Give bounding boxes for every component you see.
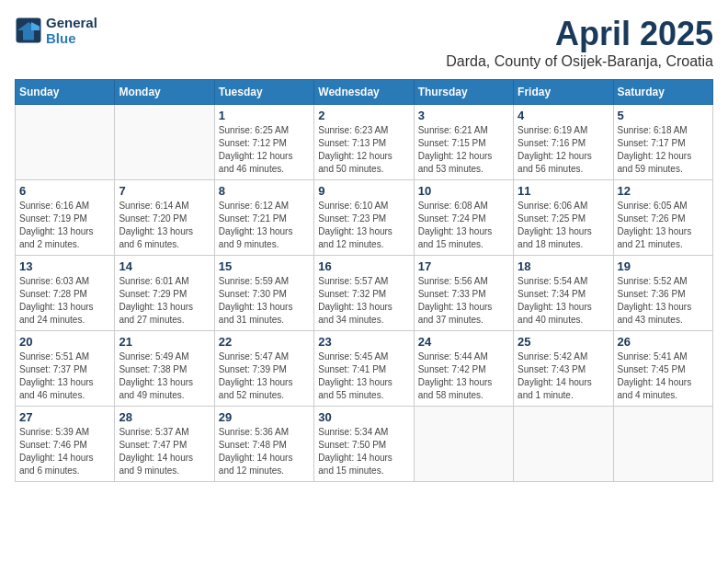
week-row-2: 6Sunrise: 6:16 AM Sunset: 7:19 PM Daylig… xyxy=(16,180,713,256)
logo-icon xyxy=(15,17,42,44)
logo: General Blue xyxy=(15,15,97,46)
day-number: 7 xyxy=(119,184,210,198)
day-info: Sunrise: 6:03 AM Sunset: 7:28 PM Dayligh… xyxy=(19,275,110,327)
day-number: 30 xyxy=(318,410,409,424)
day-cell: 22Sunrise: 5:47 AM Sunset: 7:39 PM Dayli… xyxy=(214,331,313,407)
day-cell: 5Sunrise: 6:18 AM Sunset: 7:17 PM Daylig… xyxy=(613,105,712,180)
day-cell: 14Sunrise: 6:01 AM Sunset: 7:29 PM Dayli… xyxy=(115,256,214,331)
day-info: Sunrise: 6:08 AM Sunset: 7:24 PM Dayligh… xyxy=(418,200,509,251)
day-info: Sunrise: 5:37 AM Sunset: 7:47 PM Dayligh… xyxy=(119,426,210,477)
weekday-header-friday: Friday xyxy=(514,80,613,105)
day-number: 26 xyxy=(618,335,709,349)
day-cell: 16Sunrise: 5:57 AM Sunset: 7:32 PM Dayli… xyxy=(314,256,414,331)
day-number: 9 xyxy=(318,184,409,198)
day-info: Sunrise: 6:16 AM Sunset: 7:19 PM Dayligh… xyxy=(19,200,110,251)
day-info: Sunrise: 5:57 AM Sunset: 7:32 PM Dayligh… xyxy=(318,275,409,327)
day-number: 12 xyxy=(618,184,709,198)
weekday-header-tuesday: Tuesday xyxy=(214,80,313,105)
day-cell: 17Sunrise: 5:56 AM Sunset: 7:33 PM Dayli… xyxy=(414,256,513,331)
day-cell: 2Sunrise: 6:23 AM Sunset: 7:13 PM Daylig… xyxy=(314,105,414,180)
title-area: April 2025 Darda, County of Osijek-Baran… xyxy=(446,15,713,70)
header: General Blue April 2025 Darda, County of… xyxy=(15,15,713,70)
day-number: 1 xyxy=(219,109,310,122)
day-number: 21 xyxy=(119,335,210,349)
day-info: Sunrise: 6:05 AM Sunset: 7:26 PM Dayligh… xyxy=(618,200,709,251)
day-info: Sunrise: 5:47 AM Sunset: 7:39 PM Dayligh… xyxy=(219,350,310,402)
day-info: Sunrise: 5:54 AM Sunset: 7:34 PM Dayligh… xyxy=(518,275,609,327)
weekday-header-saturday: Saturday xyxy=(613,80,712,105)
month-title: April 2025 xyxy=(446,15,713,53)
weekday-header-thursday: Thursday xyxy=(414,80,513,105)
day-number: 24 xyxy=(418,335,509,349)
day-cell xyxy=(16,105,115,180)
day-number: 17 xyxy=(418,259,509,273)
day-cell: 24Sunrise: 5:44 AM Sunset: 7:42 PM Dayli… xyxy=(414,331,513,407)
day-number: 19 xyxy=(618,259,709,273)
day-cell xyxy=(115,105,214,180)
day-cell: 4Sunrise: 6:19 AM Sunset: 7:16 PM Daylig… xyxy=(514,105,613,180)
day-cell: 6Sunrise: 6:16 AM Sunset: 7:19 PM Daylig… xyxy=(16,180,115,256)
day-cell: 25Sunrise: 5:42 AM Sunset: 7:43 PM Dayli… xyxy=(514,331,613,407)
day-number: 11 xyxy=(518,184,609,198)
day-info: Sunrise: 5:49 AM Sunset: 7:38 PM Dayligh… xyxy=(119,350,210,402)
day-info: Sunrise: 5:41 AM Sunset: 7:45 PM Dayligh… xyxy=(618,350,709,402)
calendar: SundayMondayTuesdayWednesdayThursdayFrid… xyxy=(15,79,713,482)
day-cell: 9Sunrise: 6:10 AM Sunset: 7:23 PM Daylig… xyxy=(314,180,414,256)
day-number: 15 xyxy=(219,259,310,273)
day-info: Sunrise: 6:18 AM Sunset: 7:17 PM Dayligh… xyxy=(618,124,709,176)
day-number: 10 xyxy=(418,184,509,198)
day-cell: 19Sunrise: 5:52 AM Sunset: 7:36 PM Dayli… xyxy=(613,256,712,331)
week-row-4: 20Sunrise: 5:51 AM Sunset: 7:37 PM Dayli… xyxy=(16,331,713,407)
day-number: 22 xyxy=(219,335,310,349)
day-info: Sunrise: 5:51 AM Sunset: 7:37 PM Dayligh… xyxy=(19,350,110,402)
day-info: Sunrise: 6:01 AM Sunset: 7:29 PM Dayligh… xyxy=(119,275,210,327)
day-info: Sunrise: 6:10 AM Sunset: 7:23 PM Dayligh… xyxy=(318,200,409,251)
day-cell: 15Sunrise: 5:59 AM Sunset: 7:30 PM Dayli… xyxy=(214,256,313,331)
day-info: Sunrise: 5:52 AM Sunset: 7:36 PM Dayligh… xyxy=(618,275,709,327)
day-info: Sunrise: 6:14 AM Sunset: 7:20 PM Dayligh… xyxy=(119,200,210,251)
logo-text: General Blue xyxy=(46,15,97,46)
day-number: 4 xyxy=(518,109,609,122)
day-number: 6 xyxy=(19,184,110,198)
day-info: Sunrise: 5:34 AM Sunset: 7:50 PM Dayligh… xyxy=(318,426,409,477)
day-cell: 23Sunrise: 5:45 AM Sunset: 7:41 PM Dayli… xyxy=(314,331,414,407)
day-info: Sunrise: 5:59 AM Sunset: 7:30 PM Dayligh… xyxy=(219,275,310,327)
week-row-5: 27Sunrise: 5:39 AM Sunset: 7:46 PM Dayli… xyxy=(16,407,713,482)
day-cell: 8Sunrise: 6:12 AM Sunset: 7:21 PM Daylig… xyxy=(214,180,313,256)
day-number: 18 xyxy=(518,259,609,273)
day-info: Sunrise: 5:44 AM Sunset: 7:42 PM Dayligh… xyxy=(418,350,509,402)
day-cell: 20Sunrise: 5:51 AM Sunset: 7:37 PM Dayli… xyxy=(16,331,115,407)
day-number: 14 xyxy=(119,259,210,273)
day-info: Sunrise: 5:39 AM Sunset: 7:46 PM Dayligh… xyxy=(19,426,110,477)
day-number: 16 xyxy=(318,259,409,273)
day-number: 13 xyxy=(19,259,110,273)
day-number: 25 xyxy=(518,335,609,349)
day-cell: 28Sunrise: 5:37 AM Sunset: 7:47 PM Dayli… xyxy=(115,407,214,482)
day-cell xyxy=(514,407,613,482)
day-number: 2 xyxy=(318,109,409,122)
day-cell: 29Sunrise: 5:36 AM Sunset: 7:48 PM Dayli… xyxy=(214,407,313,482)
day-cell: 11Sunrise: 6:06 AM Sunset: 7:25 PM Dayli… xyxy=(514,180,613,256)
day-cell: 12Sunrise: 6:05 AM Sunset: 7:26 PM Dayli… xyxy=(613,180,712,256)
day-info: Sunrise: 6:06 AM Sunset: 7:25 PM Dayligh… xyxy=(518,200,609,251)
day-number: 5 xyxy=(618,109,709,122)
day-info: Sunrise: 6:23 AM Sunset: 7:13 PM Dayligh… xyxy=(318,124,409,176)
day-info: Sunrise: 5:42 AM Sunset: 7:43 PM Dayligh… xyxy=(518,350,609,402)
day-number: 28 xyxy=(119,410,210,424)
day-cell: 10Sunrise: 6:08 AM Sunset: 7:24 PM Dayli… xyxy=(414,180,513,256)
day-cell: 18Sunrise: 5:54 AM Sunset: 7:34 PM Dayli… xyxy=(514,256,613,331)
day-number: 27 xyxy=(19,410,110,424)
week-row-3: 13Sunrise: 6:03 AM Sunset: 7:28 PM Dayli… xyxy=(16,256,713,331)
day-cell: 26Sunrise: 5:41 AM Sunset: 7:45 PM Dayli… xyxy=(613,331,712,407)
day-info: Sunrise: 5:45 AM Sunset: 7:41 PM Dayligh… xyxy=(318,350,409,402)
day-number: 8 xyxy=(219,184,310,198)
day-cell: 27Sunrise: 5:39 AM Sunset: 7:46 PM Dayli… xyxy=(16,407,115,482)
weekday-header-row: SundayMondayTuesdayWednesdayThursdayFrid… xyxy=(16,80,713,105)
day-info: Sunrise: 5:56 AM Sunset: 7:33 PM Dayligh… xyxy=(418,275,509,327)
day-cell: 21Sunrise: 5:49 AM Sunset: 7:38 PM Dayli… xyxy=(115,331,214,407)
day-cell: 13Sunrise: 6:03 AM Sunset: 7:28 PM Dayli… xyxy=(16,256,115,331)
day-cell: 7Sunrise: 6:14 AM Sunset: 7:20 PM Daylig… xyxy=(115,180,214,256)
day-number: 29 xyxy=(219,410,310,424)
day-cell: 1Sunrise: 6:25 AM Sunset: 7:12 PM Daylig… xyxy=(214,105,313,180)
day-number: 20 xyxy=(19,335,110,349)
